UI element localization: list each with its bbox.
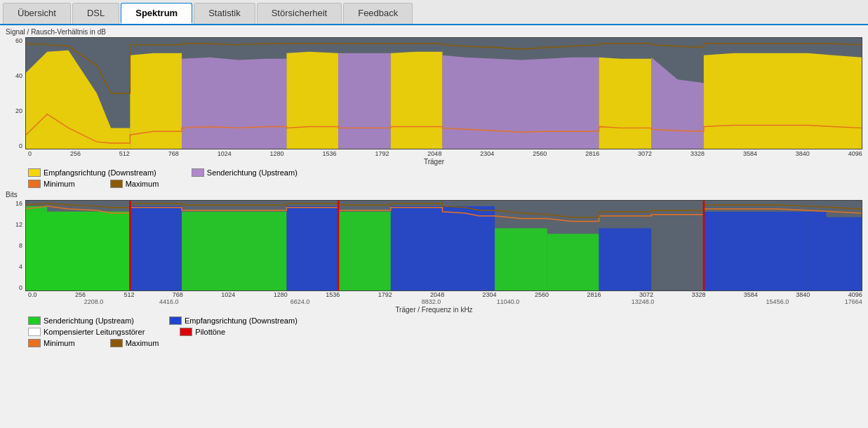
snr-legend: Empfangsrichtung (Downstream) Sendericht… (28, 168, 862, 188)
bits-legend-pilottone: Pilottöne (180, 328, 225, 336)
bits-legend-upstream: Senderichtung (Upstream) (28, 316, 134, 325)
bits-xtick: 512 (123, 291, 134, 298)
bits-downstream-label: Empfangsrichtung (Downstream) (185, 316, 298, 325)
bits-chart-section: Bits 16 12 8 4 0 (6, 191, 862, 347)
bits-xaxis-top: 0.0 256 512 768 1024 1280 1536 1792 2048… (28, 291, 862, 298)
bits-chart-wrapper: 16 12 8 4 0 (6, 200, 862, 291)
bits-xtick: 1792 (378, 291, 392, 298)
snr-maximum-icon (110, 180, 123, 188)
bits-pilottone-label: Pilottöne (195, 328, 225, 336)
snr-xtick: 3072 (638, 150, 652, 157)
bits-xtick-freq: 17664 (845, 298, 862, 305)
tab-dsl[interactable]: DSL (72, 3, 119, 24)
bits-maximum-label: Maximum (126, 339, 159, 347)
bits-xtick: 1536 (326, 291, 340, 298)
snr-xaxis-container: 0 256 512 768 1024 1280 1536 1792 2048 2… (28, 149, 862, 157)
snr-upstream-label: Senderichtung (Upstream) (207, 168, 298, 177)
svg-marker-29 (704, 53, 862, 149)
snr-downstream-icon (28, 168, 41, 177)
bits-xaxis-container: 0.0 256 512 768 1024 1280 1536 1792 2048… (28, 291, 862, 305)
snr-legend-upstream: Senderichtung (Upstream) (192, 168, 298, 177)
bits-upstream-icon (28, 316, 41, 325)
snr-xtick: 2560 (533, 150, 547, 157)
svg-rect-60 (599, 228, 652, 290)
bits-ylabel: Bits (6, 191, 862, 199)
bits-kompensiert-icon (28, 328, 41, 336)
snr-xtick: 768 (168, 150, 179, 157)
snr-ytick-20: 20 (15, 107, 22, 114)
tab-ubersicht[interactable]: Übersicht (3, 3, 71, 24)
snr-upstream-icon (192, 168, 204, 177)
snr-xtick: 256 (70, 150, 81, 157)
snr-ylabel: Signal / Rausch-Verhältnis in dB (6, 28, 862, 36)
bits-xtick: 2048 (430, 291, 444, 298)
bits-xtick-freq: 13248.0 (632, 298, 655, 305)
svg-marker-21 (130, 53, 182, 149)
snr-xtick: 4096 (848, 150, 862, 157)
snr-ytick-40: 40 (15, 72, 22, 79)
bits-minimum-icon (28, 339, 41, 347)
tab-statistik[interactable]: Statistik (194, 3, 255, 24)
bits-xtick: 1280 (274, 291, 288, 298)
snr-downstream-label: Empfangsrichtung (Downstream) (44, 168, 156, 177)
tab-storsicherheit[interactable]: Störsicherheit (257, 3, 342, 24)
svg-rect-51 (26, 206, 47, 290)
svg-marker-22 (182, 58, 286, 149)
snr-xtick: 2048 (427, 150, 441, 157)
svg-rect-57 (391, 206, 495, 290)
svg-rect-56 (286, 206, 338, 290)
svg-rect-53 (182, 212, 286, 290)
svg-marker-20 (26, 51, 130, 149)
snr-legend-maximum: Maximum (110, 180, 159, 188)
bits-xtick: 2560 (535, 291, 549, 298)
bits-ytick-12: 12 (15, 221, 22, 228)
svg-marker-27 (599, 58, 652, 149)
bits-minimum-label: Minimum (44, 339, 75, 347)
svg-marker-26 (442, 55, 599, 149)
snr-minimum-icon (28, 180, 41, 188)
bits-xaxis-dual: 0.0 256 512 768 1024 1280 1536 1792 2048… (28, 291, 862, 305)
bits-xtick: 3584 (744, 291, 758, 298)
snr-xtick: 1024 (218, 150, 232, 157)
bits-legend-downstream: Empfangsrichtung (Downstream) (169, 316, 298, 325)
snr-xtick: 0 (28, 150, 32, 157)
bits-ytick-4: 4 (19, 263, 22, 270)
bits-xtick: 1024 (221, 291, 235, 298)
charts-container: Signal / Rausch-Verhältnis in dB 60 40 2… (0, 25, 868, 353)
bits-xtick: 4096 (848, 291, 862, 298)
tab-spektrum[interactable]: Spektrum (121, 3, 192, 24)
bits-xtick-freq: 2208.0 (84, 298, 104, 305)
bits-xtick-freq: 8832.0 (422, 298, 441, 305)
snr-xaxis: 0 256 512 768 1024 1280 1536 1792 2048 2… (28, 150, 862, 157)
bits-maximum-icon (110, 339, 123, 347)
svg-rect-52 (47, 212, 130, 290)
bits-xtick: 3328 (691, 291, 705, 298)
bits-xtick: 3072 (639, 291, 653, 298)
snr-xtick: 2816 (585, 150, 599, 157)
bits-downstream-icon (169, 316, 182, 325)
snr-yaxis: 60 40 20 0 (6, 37, 25, 149)
snr-xtick: 512 (119, 150, 130, 157)
snr-xtick: 1280 (270, 150, 284, 157)
snr-xtick: 3328 (690, 150, 705, 157)
bits-xtick: 0.0 (28, 291, 37, 298)
bits-ytick-8: 8 (19, 242, 22, 249)
bits-legend-minimum: Minimum (28, 339, 75, 347)
bits-xtick-freq: 11040.0 (497, 298, 520, 305)
bits-upstream-label: Senderichtung (Upstream) (44, 316, 134, 325)
bits-yaxis: 16 12 8 4 0 (6, 200, 25, 291)
svg-rect-58 (495, 228, 547, 290)
bits-legend-kompensiert: Kompensierter Leitungsstörer (28, 328, 145, 336)
bits-xtick: 3840 (796, 291, 810, 298)
svg-rect-63 (808, 212, 826, 218)
bits-xtick: 256 (75, 291, 86, 298)
svg-marker-28 (651, 58, 704, 149)
svg-rect-54 (338, 212, 391, 290)
snr-xtick: 3584 (743, 150, 757, 157)
tab-feedback[interactable]: Feedback (343, 3, 413, 24)
bits-ytick-16: 16 (15, 200, 22, 207)
bits-legend-maximum: Maximum (110, 339, 159, 347)
bits-xtick: 768 (173, 291, 183, 298)
svg-rect-62 (808, 218, 862, 290)
bits-pilottone-icon (180, 328, 192, 336)
